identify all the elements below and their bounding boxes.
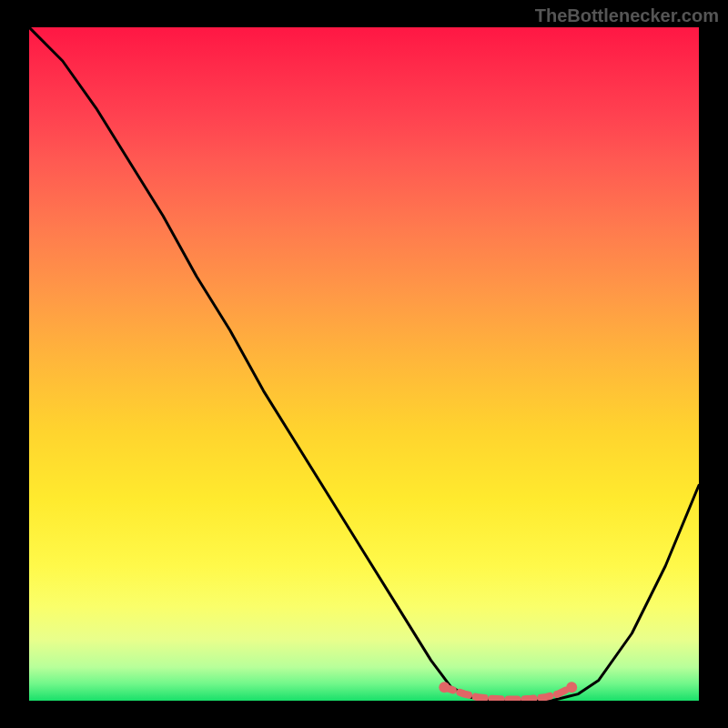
chart-container: TheBottlenecker.com [0,0,728,728]
bottleneck-chart [29,27,699,701]
highlight-dot [439,682,450,693]
gradient-background [29,27,699,701]
plot-area [29,27,699,701]
highlight-dot [566,682,577,693]
watermark-text: TheBottlenecker.com [535,5,719,26]
